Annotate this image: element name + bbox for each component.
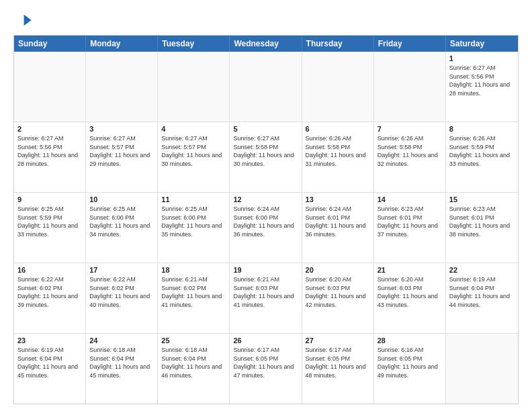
day-info: Sunrise: 6:25 AM Sunset: 6:00 PM Dayligh… (89, 205, 154, 238)
day-number: 27 (306, 336, 370, 345)
day-info: Sunrise: 6:27 AM Sunset: 5:56 PM Dayligh… (449, 64, 515, 97)
day-cell-10: 10Sunrise: 6:25 AM Sunset: 6:00 PM Dayli… (86, 193, 158, 263)
empty-cell (86, 52, 158, 122)
week-row-5: 23Sunrise: 6:19 AM Sunset: 6:04 PM Dayli… (14, 334, 518, 404)
day-info: Sunrise: 6:24 AM Sunset: 6:00 PM Dayligh… (233, 205, 298, 238)
col-header-thursday: Thursday (302, 36, 374, 52)
day-info: Sunrise: 6:25 AM Sunset: 5:59 PM Dayligh… (17, 205, 82, 238)
day-info: Sunrise: 6:27 AM Sunset: 5:56 PM Dayligh… (17, 134, 82, 168)
day-info: Sunrise: 6:20 AM Sunset: 6:03 PM Dayligh… (378, 275, 442, 309)
day-info: Sunrise: 6:21 AM Sunset: 6:03 PM Dayligh… (233, 275, 298, 309)
calendar: SundayMondayTuesdayWednesdayThursdayFrid… (13, 35, 519, 404)
day-cell-22: 22Sunrise: 6:19 AM Sunset: 6:04 PM Dayli… (446, 263, 518, 333)
day-info: Sunrise: 6:22 AM Sunset: 6:02 PM Dayligh… (17, 275, 82, 309)
day-number: 4 (161, 125, 226, 133)
empty-cell (374, 52, 446, 122)
day-cell-26: 26Sunrise: 6:17 AM Sunset: 6:05 PM Dayli… (230, 334, 302, 404)
day-cell-9: 9Sunrise: 6:25 AM Sunset: 5:59 PM Daylig… (14, 193, 86, 263)
day-number: 16 (17, 266, 82, 274)
day-cell-7: 7Sunrise: 6:26 AM Sunset: 5:58 PM Daylig… (374, 122, 446, 192)
day-cell-17: 17Sunrise: 6:22 AM Sunset: 6:02 PM Dayli… (86, 263, 158, 333)
day-number: 14 (378, 195, 442, 203)
day-number: 28 (378, 336, 442, 345)
page: SundayMondayTuesdayWednesdayThursdayFrid… (0, 0, 532, 411)
logo (13, 11, 35, 30)
day-number: 5 (233, 125, 298, 133)
day-number: 10 (89, 195, 154, 203)
day-cell-12: 12Sunrise: 6:24 AM Sunset: 6:00 PM Dayli… (230, 193, 302, 263)
day-cell-18: 18Sunrise: 6:21 AM Sunset: 6:02 PM Dayli… (158, 263, 230, 333)
day-info: Sunrise: 6:24 AM Sunset: 6:01 PM Dayligh… (306, 205, 370, 238)
svg-rect-2 (14, 15, 24, 26)
day-info: Sunrise: 6:26 AM Sunset: 5:58 PM Dayligh… (306, 134, 370, 168)
day-number: 17 (89, 266, 154, 274)
day-cell-6: 6Sunrise: 6:26 AM Sunset: 5:58 PM Daylig… (302, 122, 374, 192)
day-number: 20 (306, 266, 370, 274)
day-cell-2: 2Sunrise: 6:27 AM Sunset: 5:56 PM Daylig… (14, 122, 86, 192)
day-number: 24 (89, 336, 154, 345)
empty-cell (302, 52, 374, 122)
week-row-1: 1Sunrise: 6:27 AM Sunset: 5:56 PM Daylig… (14, 52, 518, 122)
day-number: 25 (161, 336, 226, 345)
day-number: 1 (449, 54, 515, 62)
day-number: 22 (449, 266, 515, 274)
day-info: Sunrise: 6:20 AM Sunset: 6:03 PM Dayligh… (306, 275, 370, 309)
col-header-wednesday: Wednesday (230, 36, 302, 52)
day-number: 19 (233, 266, 298, 274)
day-cell-11: 11Sunrise: 6:25 AM Sunset: 6:00 PM Dayli… (158, 193, 230, 263)
day-info: Sunrise: 6:22 AM Sunset: 6:02 PM Dayligh… (89, 275, 154, 309)
day-cell-5: 5Sunrise: 6:27 AM Sunset: 5:58 PM Daylig… (230, 122, 302, 192)
day-cell-28: 28Sunrise: 6:16 AM Sunset: 6:05 PM Dayli… (374, 334, 446, 404)
empty-cell (158, 52, 230, 122)
day-info: Sunrise: 6:25 AM Sunset: 6:00 PM Dayligh… (161, 205, 226, 238)
day-info: Sunrise: 6:19 AM Sunset: 6:04 PM Dayligh… (449, 275, 515, 309)
day-info: Sunrise: 6:27 AM Sunset: 5:57 PM Dayligh… (89, 134, 154, 168)
week-row-2: 2Sunrise: 6:27 AM Sunset: 5:56 PM Daylig… (14, 122, 518, 193)
day-info: Sunrise: 6:26 AM Sunset: 5:58 PM Dayligh… (378, 134, 442, 168)
calendar-header: SundayMondayTuesdayWednesdayThursdayFrid… (14, 36, 518, 52)
day-info: Sunrise: 6:23 AM Sunset: 6:01 PM Dayligh… (449, 205, 515, 238)
col-header-sunday: Sunday (14, 36, 86, 52)
week-row-3: 9Sunrise: 6:25 AM Sunset: 5:59 PM Daylig… (14, 193, 518, 263)
day-info: Sunrise: 6:27 AM Sunset: 5:57 PM Dayligh… (161, 134, 226, 168)
day-info: Sunrise: 6:23 AM Sunset: 6:01 PM Dayligh… (378, 205, 442, 238)
day-cell-4: 4Sunrise: 6:27 AM Sunset: 5:57 PM Daylig… (158, 122, 230, 192)
empty-cell (14, 52, 86, 122)
day-number: 8 (449, 125, 515, 133)
day-cell-15: 15Sunrise: 6:23 AM Sunset: 6:01 PM Dayli… (446, 193, 518, 263)
day-cell-27: 27Sunrise: 6:17 AM Sunset: 6:05 PM Dayli… (302, 334, 374, 404)
day-info: Sunrise: 6:17 AM Sunset: 6:05 PM Dayligh… (306, 346, 370, 379)
day-info: Sunrise: 6:19 AM Sunset: 6:04 PM Dayligh… (17, 346, 82, 379)
day-number: 12 (233, 195, 298, 203)
day-number: 2 (17, 125, 82, 133)
header (13, 11, 519, 30)
day-number: 26 (233, 336, 298, 345)
col-header-monday: Monday (86, 36, 158, 52)
day-cell-1: 1Sunrise: 6:27 AM Sunset: 5:56 PM Daylig… (446, 52, 518, 122)
week-row-4: 16Sunrise: 6:22 AM Sunset: 6:02 PM Dayli… (14, 263, 518, 334)
day-info: Sunrise: 6:27 AM Sunset: 5:58 PM Dayligh… (233, 134, 298, 168)
day-cell-23: 23Sunrise: 6:19 AM Sunset: 6:04 PM Dayli… (14, 334, 86, 404)
day-info: Sunrise: 6:16 AM Sunset: 6:05 PM Dayligh… (378, 346, 442, 379)
day-number: 18 (161, 266, 226, 274)
day-number: 21 (378, 266, 442, 274)
day-info: Sunrise: 6:21 AM Sunset: 6:02 PM Dayligh… (161, 275, 226, 309)
day-cell-20: 20Sunrise: 6:20 AM Sunset: 6:03 PM Dayli… (302, 263, 374, 333)
day-info: Sunrise: 6:17 AM Sunset: 6:05 PM Dayligh… (233, 346, 298, 379)
day-cell-3: 3Sunrise: 6:27 AM Sunset: 5:57 PM Daylig… (86, 122, 158, 192)
empty-cell (230, 52, 302, 122)
day-info: Sunrise: 6:18 AM Sunset: 6:04 PM Dayligh… (161, 346, 226, 379)
day-cell-19: 19Sunrise: 6:21 AM Sunset: 6:03 PM Dayli… (230, 263, 302, 333)
calendar-body: 1Sunrise: 6:27 AM Sunset: 5:56 PM Daylig… (14, 52, 518, 404)
day-number: 13 (306, 195, 370, 203)
empty-cell (446, 334, 518, 404)
col-header-saturday: Saturday (446, 36, 518, 52)
day-cell-24: 24Sunrise: 6:18 AM Sunset: 6:04 PM Dayli… (86, 334, 158, 404)
day-number: 7 (378, 125, 442, 133)
day-number: 11 (161, 195, 226, 203)
day-cell-16: 16Sunrise: 6:22 AM Sunset: 6:02 PM Dayli… (14, 263, 86, 333)
col-header-friday: Friday (374, 36, 446, 52)
logo-icon (13, 11, 32, 30)
day-number: 23 (17, 336, 82, 345)
day-number: 3 (89, 125, 154, 133)
